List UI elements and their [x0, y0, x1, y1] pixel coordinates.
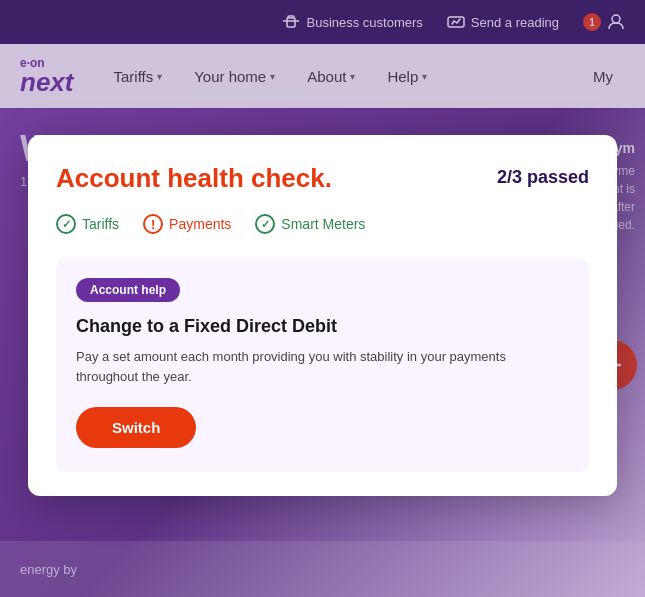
- tariffs-check-label: Tariffs: [82, 216, 119, 232]
- card-tag: Account help: [76, 278, 180, 302]
- check-item-payments: ! Payments: [143, 214, 231, 234]
- payments-check-label: Payments: [169, 216, 231, 232]
- check-items-list: ✓ Tariffs ! Payments ✓ Smart Meters: [56, 214, 589, 234]
- smart-meters-check-icon: ✓: [255, 214, 275, 234]
- check-item-smart-meters: ✓ Smart Meters: [255, 214, 365, 234]
- modal-score: 2/3 passed: [497, 163, 589, 188]
- card-body: Pay a set amount each month providing yo…: [76, 347, 569, 387]
- tariffs-check-icon: ✓: [56, 214, 76, 234]
- modal-title: Account health check.: [56, 163, 332, 194]
- payments-warn-icon: !: [143, 214, 163, 234]
- check-item-tariffs: ✓ Tariffs: [56, 214, 119, 234]
- smart-meters-check-label: Smart Meters: [281, 216, 365, 232]
- recommendation-card: Account help Change to a Fixed Direct De…: [56, 258, 589, 472]
- health-check-modal: Account health check. 2/3 passed ✓ Tarif…: [28, 135, 617, 496]
- modal-header: Account health check. 2/3 passed: [56, 163, 589, 194]
- card-title: Change to a Fixed Direct Debit: [76, 316, 569, 337]
- switch-button[interactable]: Switch: [76, 407, 196, 448]
